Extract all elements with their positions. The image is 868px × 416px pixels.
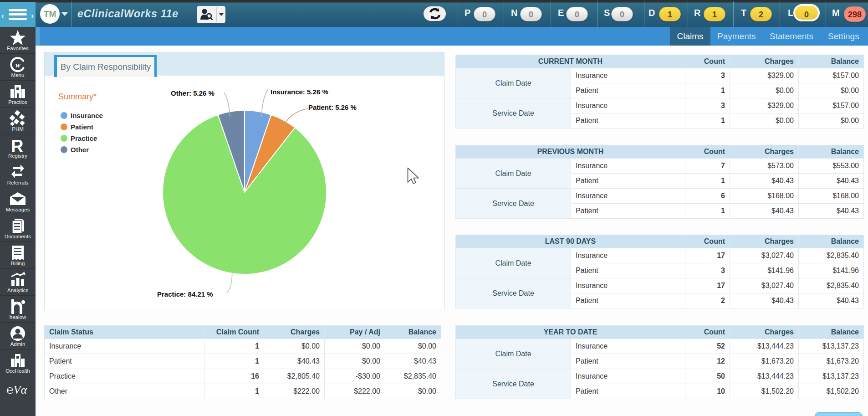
- svg-text:℮Vα: ℮Vα: [6, 383, 27, 396]
- svg-text:R: R: [11, 137, 23, 154]
- svg-text:w: w: [15, 61, 20, 69]
